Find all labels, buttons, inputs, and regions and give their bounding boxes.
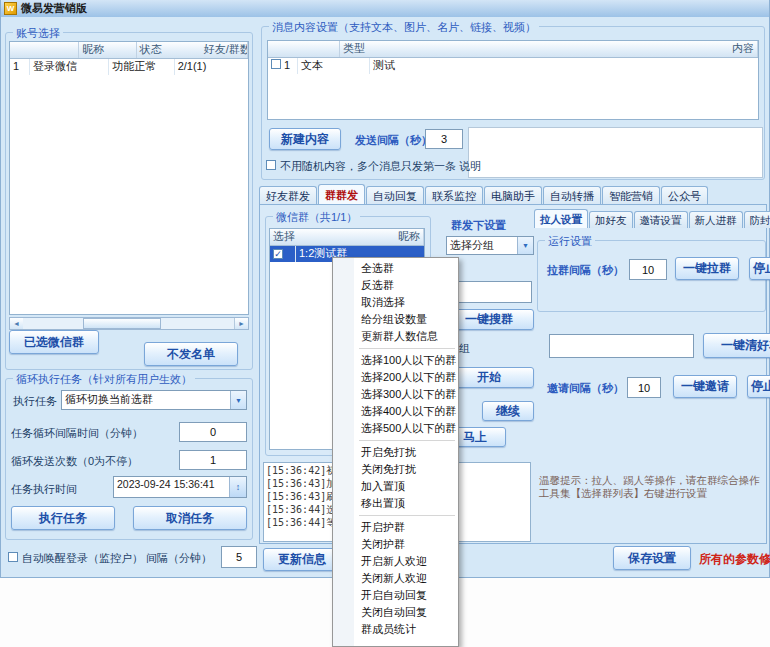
pull-interval-label: 拉群间隔（秒） bbox=[547, 263, 624, 278]
group-row-checkbox[interactable]: ✓ bbox=[273, 249, 283, 259]
tip-text: 温馨提示：拉人、踢人等操作，请在群综合操作工具集【选择群列表】右键进行设置 bbox=[539, 474, 765, 502]
main-tab[interactable]: 群群发 bbox=[318, 184, 365, 205]
wake-label: 自动唤醒登录（监控户） 间隔（分钟） bbox=[22, 551, 212, 566]
loop-count-label: 循环发送次数（0为不停） bbox=[11, 454, 138, 469]
group-header-cell: 昵称 bbox=[395, 229, 424, 245]
task-interval-input[interactable] bbox=[179, 422, 247, 442]
context-menu-item[interactable]: 群成员统计 bbox=[333, 621, 458, 638]
loop-task-group-title: 循环执行任务（针对所有用户生效） bbox=[13, 372, 195, 387]
context-menu-item[interactable]: 反选群 bbox=[333, 277, 458, 294]
accounts-hscrollbar[interactable]: ◄ ► bbox=[9, 317, 249, 330]
invite-interval-label: 邀请间隔（秒） bbox=[547, 381, 624, 396]
context-menu-item[interactable]: 关闭护群 bbox=[333, 536, 458, 553]
right-tabs: 拉人设置加好友邀请设置新人进群防封 bbox=[534, 209, 770, 228]
context-menu-item[interactable]: 选择100人以下的群 bbox=[333, 352, 458, 369]
group-context-menu: 全选群反选群取消选择给分组设数量更新群人数信息选择100人以下的群选择200人以… bbox=[332, 257, 459, 647]
context-menu-item[interactable]: 开启护群 bbox=[333, 519, 458, 536]
chevron-down-icon[interactable]: ▼ bbox=[230, 391, 246, 409]
wake-interval-input[interactable] bbox=[221, 546, 257, 568]
save-settings-button[interactable]: 保存设置 bbox=[613, 546, 691, 570]
context-menu-item[interactable]: 全选群 bbox=[333, 260, 458, 277]
context-menu-item[interactable]: 选择300人以下的群 bbox=[333, 386, 458, 403]
message-row[interactable]: 1 文本 测试 bbox=[268, 58, 758, 74]
run-task-button[interactable]: 执行任务 bbox=[11, 506, 115, 530]
message-row-checkbox[interactable] bbox=[271, 59, 281, 69]
scroll-left-icon[interactable]: ◄ bbox=[10, 318, 23, 329]
accounts-header-cell: 昵称 bbox=[79, 42, 136, 58]
right-tab[interactable]: 加好友 bbox=[589, 211, 633, 228]
run-settings-title: 运行设置 bbox=[545, 234, 595, 249]
accounts-header-cell: 好友/群数 bbox=[201, 42, 248, 58]
context-menu-item[interactable]: 开启新人欢迎 bbox=[333, 553, 458, 570]
invite-button[interactable]: 一键邀请 bbox=[673, 375, 737, 398]
task-type-label: 执行任务 bbox=[13, 394, 57, 409]
task-type-value: 循环切换当前选群 bbox=[62, 391, 230, 409]
new-content-button[interactable]: 新建内容 bbox=[269, 128, 341, 150]
context-menu-item[interactable]: 关闭自动回复 bbox=[333, 604, 458, 621]
screen: W 微易发营销版 账号选择 昵称状态好友/群数 1 登录微信 功能正常 2/1(… bbox=[0, 0, 770, 647]
main-tab[interactable]: 好友群发 bbox=[259, 186, 317, 205]
accounts-table[interactable]: 昵称状态好友/群数 1 登录微信 功能正常 2/1(1) bbox=[9, 41, 249, 315]
loop-count-input[interactable] bbox=[179, 450, 247, 470]
right-tab[interactable]: 邀请设置 bbox=[634, 211, 688, 228]
context-menu-item[interactable]: 移出置顶 bbox=[333, 495, 458, 512]
invite-interval-input[interactable] bbox=[627, 377, 661, 398]
main-tab[interactable]: 自动转播 bbox=[543, 186, 601, 205]
main-tab[interactable]: 联系监控 bbox=[425, 186, 483, 205]
context-menu-item[interactable]: 关闭新人欢迎 bbox=[333, 570, 458, 587]
context-menu-item[interactable]: 取消选择 bbox=[333, 294, 458, 311]
context-menu-item[interactable] bbox=[359, 348, 455, 349]
blacklist-button[interactable]: 不发名单 bbox=[144, 342, 238, 366]
wake-checkbox[interactable] bbox=[8, 552, 18, 562]
filter-label: 群发下设置 bbox=[451, 218, 506, 233]
context-menu-item[interactable]: 关闭免打扰 bbox=[333, 461, 458, 478]
random-content-checkbox[interactable] bbox=[266, 160, 276, 170]
scroll-thumb[interactable] bbox=[83, 318, 161, 329]
chevron-down-icon[interactable]: ▼ bbox=[517, 237, 533, 254]
task-time-label: 任务执行时间 bbox=[11, 482, 77, 497]
scroll-right-icon[interactable]: ► bbox=[234, 318, 248, 329]
continue-button[interactable]: 继续 bbox=[482, 401, 534, 421]
group-header-cell: 选择 bbox=[270, 229, 395, 245]
right-tab[interactable]: 拉人设置 bbox=[534, 209, 588, 228]
context-menu-item[interactable]: 加入置顶 bbox=[333, 478, 458, 495]
accounts-header-cell: 状态 bbox=[137, 42, 201, 58]
selected-groups-button[interactable]: 已选微信群 bbox=[9, 330, 99, 354]
context-menu-item[interactable]: 给分组设数量 bbox=[333, 311, 458, 328]
pull-button[interactable]: 一键拉群 bbox=[675, 257, 739, 280]
main-tab[interactable]: 智能营销 bbox=[602, 186, 660, 205]
pull-stop-button[interactable]: 停止拉群 bbox=[749, 257, 770, 280]
context-menu-item[interactable] bbox=[359, 440, 455, 441]
pull-interval-input[interactable] bbox=[629, 259, 667, 280]
task-time-value: 2023-09-24 15:36:41 bbox=[114, 477, 229, 497]
send-interval-input[interactable] bbox=[425, 129, 463, 149]
cancel-task-button[interactable]: 取消任务 bbox=[133, 506, 247, 530]
message-table-header: 类型内容 bbox=[268, 41, 758, 58]
context-menu-item[interactable] bbox=[359, 515, 455, 516]
clear-friends-button[interactable]: 一键清好友 bbox=[703, 333, 770, 358]
main-tab[interactable]: 自动回复 bbox=[366, 186, 424, 205]
refresh-info-button[interactable]: 更新信息 bbox=[263, 548, 341, 571]
account-row[interactable]: 1 登录微信 功能正常 2/1(1) bbox=[10, 59, 248, 75]
context-menu-item[interactable]: 开启自动回复 bbox=[333, 587, 458, 604]
accounts-header-cell bbox=[10, 42, 79, 58]
clear-friends-input[interactable] bbox=[549, 334, 694, 358]
message-table[interactable]: 类型内容 1 文本 测试 bbox=[267, 40, 759, 120]
context-menu-item[interactable]: 选择500人以下的群 bbox=[333, 420, 458, 437]
datetime-spinner-icon[interactable]: ↕ bbox=[229, 477, 246, 497]
scroll-track[interactable] bbox=[23, 318, 234, 329]
message-seq: 1 bbox=[284, 59, 290, 71]
right-tab[interactable]: 新人进群 bbox=[689, 211, 743, 228]
filter-dropdown[interactable]: 选择分组 ▼ bbox=[446, 236, 534, 255]
task-type-dropdown[interactable]: 循环切换当前选群 ▼ bbox=[61, 390, 247, 410]
context-menu-item[interactable]: 更新群人数信息 bbox=[333, 328, 458, 345]
main-tab[interactable]: 公众号 bbox=[661, 186, 708, 205]
context-menu-item[interactable]: 开启免打扰 bbox=[333, 444, 458, 461]
task-time-input[interactable]: 2023-09-24 15:36:41 ↕ bbox=[113, 476, 247, 498]
main-tab[interactable]: 电脑助手 bbox=[484, 186, 542, 205]
context-menu-item[interactable]: 选择200人以下的群 bbox=[333, 369, 458, 386]
right-tab[interactable]: 防封 bbox=[744, 211, 770, 228]
invite-stop-button[interactable]: 停止邀请 bbox=[747, 375, 770, 398]
context-menu-item[interactable]: 选择400人以下的群 bbox=[333, 403, 458, 420]
group-list-title: 微信群（共1/1） bbox=[273, 210, 360, 225]
